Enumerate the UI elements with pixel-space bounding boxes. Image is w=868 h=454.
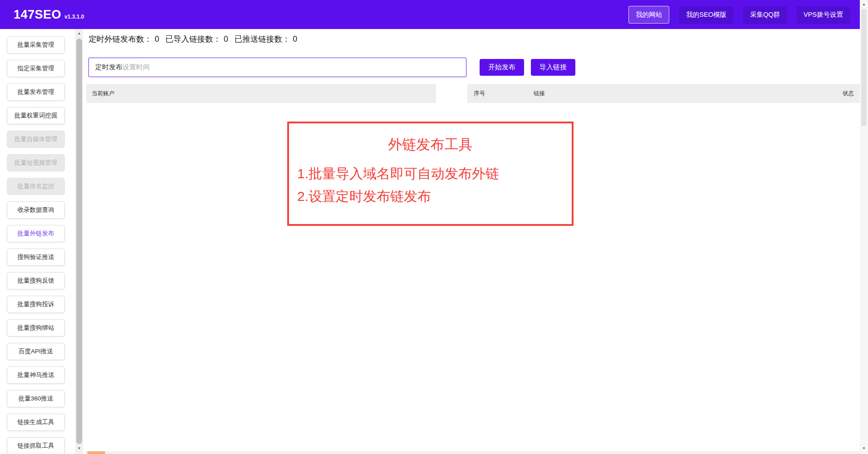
status-column-header: 状态 xyxy=(843,90,860,98)
app-window: 147SEO v1.3.1.0 我的网站 我的SEO模版 采集QQ群 VPS拨号… xyxy=(0,0,868,454)
app-logo: 147SEO xyxy=(14,8,61,22)
import-links-button[interactable]: 导入链接 xyxy=(531,59,575,76)
start-publish-button[interactable]: 开始发布 xyxy=(480,59,524,76)
sidebar-item[interactable]: 批量360推送 xyxy=(7,390,65,407)
stat-item: 定时外链发布数：0 xyxy=(88,34,159,44)
horizontal-scrollbar[interactable] xyxy=(86,451,860,454)
stat-item: 已推送链接数：0 xyxy=(235,34,297,44)
account-table-header: 当前账户 xyxy=(86,84,436,103)
scroll-up-icon[interactable]: ▲ xyxy=(860,1,868,8)
app-version: v1.3.1.0 xyxy=(64,14,84,20)
sidebar-item[interactable]: 百度API推送 xyxy=(7,343,65,360)
stat-label: 已推送链接数： xyxy=(235,34,290,44)
sidebar-item[interactable]: 批量搜狗反馈 xyxy=(7,272,65,289)
page-scrollbar-thumb[interactable] xyxy=(861,9,867,127)
sidebar-item[interactable]: 批量采集管理 xyxy=(7,36,65,54)
links-table-header: 序号 链接 状态 xyxy=(467,84,860,103)
scroll-up-icon[interactable]: ▲ xyxy=(75,30,83,37)
stat-value: 0 xyxy=(293,34,297,44)
sidebar-item[interactable]: 批量外链发布 xyxy=(7,225,65,242)
schedule-input-placeholder: 设置时间 xyxy=(123,63,150,72)
notice-lines: 1.批量导入域名即可自动发布外链 2.设置定时发布链发布 xyxy=(297,162,572,208)
stat-value: 0 xyxy=(155,34,159,44)
sidebar-item[interactable]: 批量神马推送 xyxy=(7,366,65,384)
header-nav-item[interactable]: 我的SEO模版 xyxy=(679,6,733,23)
page-scrollbar[interactable]: ▲ ▼ xyxy=(860,0,868,454)
stat-item: 已导入链接数：0 xyxy=(166,34,228,44)
sidebar-item[interactable]: 收录数据查询 xyxy=(7,201,65,219)
index-column-header: 序号 xyxy=(467,90,534,98)
header-nav-item[interactable]: VPS拨号设置 xyxy=(797,6,850,23)
sidebar-item[interactable]: 批量搜狗绑站 xyxy=(7,319,65,337)
schedule-input-label: 定时发布 xyxy=(95,63,123,72)
header-bar: 147SEO v1.3.1.0 我的网站 我的SEO模版 采集QQ群 VPS拨号… xyxy=(0,0,860,29)
sidebar-item[interactable]: 链接抓取工具 xyxy=(7,437,65,454)
sidebar-item[interactable]: 批量排名监控 xyxy=(7,178,65,195)
sidebar-item[interactable]: 批量自媒体管理 xyxy=(7,131,65,148)
horizontal-scrollbar-thumb[interactable] xyxy=(87,451,105,454)
stat-label: 已导入链接数： xyxy=(166,34,221,44)
sidebar-item[interactable]: 批量权重词挖掘 xyxy=(7,107,65,124)
sidebar: 批量采集管理 指定采集管理 批量发布管理 批量权重词挖掘 批量自媒体管理 批量短… xyxy=(0,29,75,454)
sidebar-item[interactable]: 批量搜狗投诉 xyxy=(7,296,65,313)
sidebar-scrollbar-thumb[interactable] xyxy=(76,39,82,444)
action-buttons: 开始发布 导入链接 xyxy=(480,59,575,76)
sidebar-scrollbar[interactable]: ▲ ▼ xyxy=(75,29,83,454)
scroll-down-icon[interactable]: ▼ xyxy=(860,445,868,452)
sidebar-item[interactable]: 指定采集管理 xyxy=(7,60,65,77)
sidebar-item[interactable]: 搜狗验证推送 xyxy=(7,249,65,266)
sidebar-item[interactable]: 批量发布管理 xyxy=(7,83,65,101)
schedule-time-input[interactable]: 定时发布 设置时间 xyxy=(88,58,466,77)
stat-label: 定时外链发布数： xyxy=(88,34,152,44)
brand: 147SEO v1.3.1.0 xyxy=(14,8,84,22)
notice-line: 2.设置定时发布链发布 xyxy=(297,185,572,208)
sidebar-item[interactable]: 批量短视频管理 xyxy=(7,154,65,171)
link-column-header: 链接 xyxy=(534,90,843,98)
stats-bar: 定时外链发布数：0 已导入链接数：0 已推送链接数：0 xyxy=(88,34,301,44)
account-column-header: 当前账户 xyxy=(92,90,114,98)
scroll-down-icon[interactable]: ▼ xyxy=(75,445,83,452)
notice-title: 外链发布工具 xyxy=(289,135,572,154)
header-nav: 我的网站 我的SEO模版 采集QQ群 VPS拨号设置 xyxy=(628,0,850,29)
stat-value: 0 xyxy=(224,34,228,44)
notice-line: 1.批量导入域名即可自动发布外链 xyxy=(297,162,572,185)
header-nav-item[interactable]: 采集QQ群 xyxy=(743,6,787,23)
notice-box: 外链发布工具 1.批量导入域名即可自动发布外链 2.设置定时发布链发布 xyxy=(287,122,574,226)
sidebar-item[interactable]: 链接生成工具 xyxy=(7,414,65,431)
header-nav-item[interactable]: 我的网站 xyxy=(628,6,669,24)
